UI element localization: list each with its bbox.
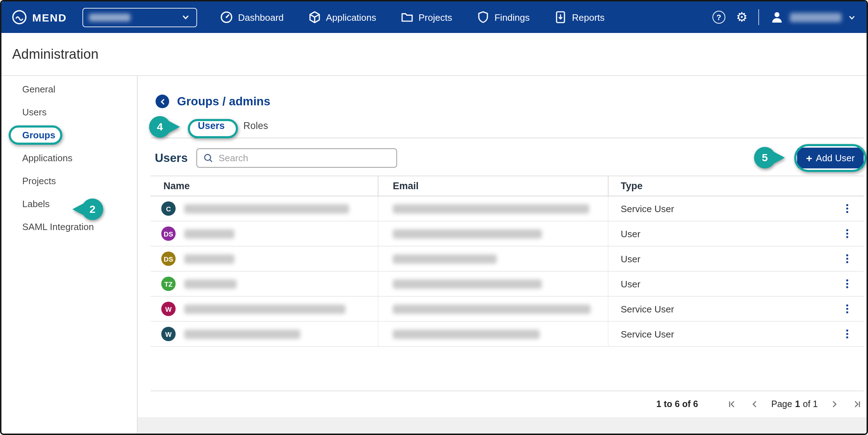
- add-user-label: Add User: [816, 153, 855, 163]
- user-type: User: [621, 278, 640, 289]
- sidebar-item-users[interactable]: Users: [1, 100, 137, 123]
- redacted-name: [184, 304, 345, 314]
- pagination-page-indicator: Page 1 of 1: [771, 399, 818, 409]
- nav-item-applications[interactable]: Applications: [308, 11, 376, 24]
- table-row: W Service User: [151, 322, 864, 347]
- bottom-background: [138, 417, 867, 434]
- table-footer: 1 to 6 of 6 Page 1 of 1: [151, 391, 864, 417]
- user-type: User: [621, 228, 640, 239]
- pagination-last-button[interactable]: [851, 398, 864, 411]
- avatar: W: [161, 327, 176, 341]
- tab-roles[interactable]: Roles: [243, 115, 268, 138]
- redacted-name: [184, 204, 349, 213]
- mend-logo[interactable]: MEND: [11, 9, 67, 25]
- user-type: Service User: [621, 329, 674, 339]
- sidebar-item-applications[interactable]: Applications: [1, 146, 137, 169]
- user-menu[interactable]: [770, 10, 857, 24]
- table-header-row: Name Email Type: [151, 176, 864, 196]
- add-user-button[interactable]: + Add User: [797, 148, 864, 168]
- nav-item-label: Dashboard: [238, 12, 283, 23]
- page-title: Administration: [12, 46, 99, 62]
- redacted-username: [790, 13, 841, 22]
- help-icon[interactable]: ?: [712, 11, 725, 24]
- search-input[interactable]: [196, 148, 397, 168]
- nav-item-findings[interactable]: Findings: [477, 11, 530, 24]
- kebab-menu-icon[interactable]: [840, 277, 854, 291]
- chevron-down-icon: [181, 12, 191, 22]
- column-header-email: Email: [378, 176, 608, 196]
- nav-item-dashboard[interactable]: Dashboard: [220, 11, 283, 24]
- kebab-menu-icon[interactable]: [840, 327, 854, 341]
- main-content: Groups / admins Users Roles 4 Users: [138, 76, 867, 434]
- nav-divider: [758, 9, 759, 25]
- redacted-email: [393, 304, 591, 314]
- kebab-menu-icon[interactable]: [840, 201, 854, 216]
- sidebar-item-general[interactable]: General: [1, 77, 137, 100]
- redacted-email: [393, 204, 589, 213]
- avatar: DS: [161, 252, 176, 266]
- column-header-name: Name: [151, 181, 378, 191]
- admin-sidebar: General Users Groups Applications Projec…: [1, 76, 138, 434]
- app-window: MEND Dashboard: [0, 0, 868, 435]
- kebab-menu-icon[interactable]: [840, 252, 854, 266]
- chevron-down-icon: [847, 13, 857, 22]
- avatar: TZ: [161, 277, 176, 291]
- pagination-next-button[interactable]: [828, 398, 841, 411]
- user-type: Service User: [621, 203, 674, 214]
- kebab-menu-icon[interactable]: [840, 226, 854, 241]
- redacted-email: [393, 229, 542, 238]
- avatar: W: [161, 302, 176, 316]
- table-row: DS User: [151, 221, 864, 247]
- report-icon: [554, 11, 567, 24]
- current-page-number: 1: [795, 399, 800, 409]
- kebab-menu-icon[interactable]: [840, 302, 854, 316]
- sidebar-item-projects[interactable]: Projects: [1, 169, 137, 192]
- table-row: C Service User: [151, 196, 864, 221]
- users-table: Name Email Type C Service User: [151, 176, 864, 347]
- brand-name: MEND: [32, 11, 67, 23]
- back-button[interactable]: [156, 95, 169, 108]
- main-menu: Dashboard Applications Projects: [220, 11, 605, 24]
- organization-dropdown[interactable]: [82, 8, 197, 27]
- pagination-first-button[interactable]: [725, 398, 738, 411]
- sidebar-item-labels[interactable]: Labels: [1, 192, 137, 215]
- shield-icon: [477, 11, 490, 24]
- breadcrumb-title: Groups / admins: [177, 95, 270, 108]
- annotation-badge-5: 5: [754, 147, 786, 168]
- redacted-email: [393, 329, 540, 339]
- svg-text:5: 5: [762, 152, 768, 163]
- pagination-prev-button[interactable]: [748, 398, 761, 411]
- users-section-heading: Users: [155, 151, 188, 165]
- user-type: User: [621, 253, 640, 264]
- nav-item-label: Applications: [326, 12, 376, 23]
- nav-utilities: ? ⚙: [712, 9, 857, 25]
- gear-icon[interactable]: ⚙: [736, 11, 748, 24]
- nav-item-reports[interactable]: Reports: [554, 11, 605, 24]
- redacted-email: [393, 279, 542, 288]
- redacted-name: [184, 229, 234, 238]
- avatar: C: [161, 201, 176, 216]
- tab-users[interactable]: Users: [198, 115, 225, 138]
- user-avatar-icon: [770, 10, 784, 24]
- folder-icon: [401, 11, 414, 24]
- redacted-email: [393, 254, 497, 263]
- nav-item-label: Projects: [419, 12, 452, 23]
- page-header: Administration: [1, 33, 867, 76]
- nav-item-projects[interactable]: Projects: [401, 11, 452, 24]
- cube-icon: [308, 11, 321, 24]
- plus-icon: +: [806, 153, 812, 163]
- pagination-range: 1 to 6 of 6: [656, 399, 698, 409]
- redacted-org-name: [89, 13, 130, 21]
- table-row: TZ User: [151, 272, 864, 297]
- table-row: W Service User: [151, 297, 864, 322]
- avatar: DS: [161, 226, 176, 241]
- sidebar-item-groups[interactable]: Groups: [1, 123, 137, 146]
- search-box: [196, 148, 397, 168]
- redacted-name: [184, 254, 234, 263]
- sidebar-item-saml-integration[interactable]: SAML Integration: [1, 215, 137, 238]
- nav-item-label: Reports: [572, 12, 605, 23]
- gauge-icon: [220, 11, 233, 24]
- top-navigation-bar: MEND Dashboard: [1, 1, 867, 33]
- mend-logo-icon: [11, 9, 27, 25]
- nav-item-label: Findings: [495, 12, 530, 23]
